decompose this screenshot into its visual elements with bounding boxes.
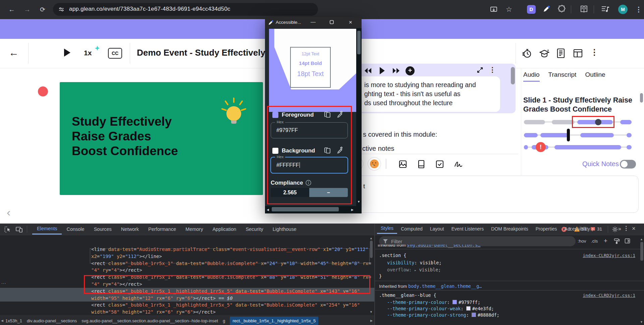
- audio-bubble[interactable]: [540, 133, 568, 137]
- styles-tab[interactable]: Event Listeners: [448, 224, 488, 234]
- sidebar-tab[interactable]: Outline: [585, 71, 605, 82]
- prev-slide-chevron[interactable]: ‹: [7, 206, 10, 219]
- dialog-vscrollbar-thumb[interactable]: [357, 31, 361, 54]
- dialog-hscrollbar-thumb[interactable]: [272, 207, 339, 211]
- captions-button[interactable]: CC: [108, 48, 122, 59]
- devtools-tab[interactable]: Lighthouse: [268, 224, 301, 235]
- breadcrumb-item[interactable]: div.audio-panel__sections: [27, 318, 77, 323]
- node-ellipsis[interactable]: ...: [1, 279, 6, 285]
- styles-tab[interactable]: DOM Breakpoints: [487, 224, 532, 234]
- profile-avatar[interactable]: M: [618, 5, 628, 14]
- color-swatch[interactable]: [466, 306, 471, 311]
- css-property-overridden[interactable]: overflow: ▸ visible;: [387, 267, 441, 272]
- bookmark-page-icon[interactable]: [417, 160, 425, 169]
- tree-scrollbar-thumb[interactable]: [370, 241, 373, 258]
- audio-bubble[interactable]: [524, 120, 545, 124]
- play-button[interactable]: [63, 48, 71, 57]
- dom-tree-node[interactable]: <rect class="_bubble_1rr5x_1 _highlighte…: [0, 302, 374, 309]
- bookmark-star-icon[interactable]: ☆: [506, 5, 512, 13]
- devtools-tab[interactable]: Application: [208, 224, 241, 235]
- css-selector[interactable]: .section {: [379, 253, 406, 258]
- extensions-puzzle-icon[interactable]: [558, 5, 566, 13]
- url-text[interactable]: app.glean.co/event/7383aa7c-1e67-483d-96…: [69, 6, 230, 12]
- scroll-left-icon[interactable]: ◀: [267, 208, 269, 211]
- scroll-right-icon[interactable]: ▶: [351, 208, 354, 211]
- color-swatch[interactable]: [472, 313, 476, 317]
- sidebar-layout-icon[interactable]: [625, 238, 630, 244]
- browser-reload-icon[interactable]: ⟳: [38, 0, 48, 19]
- crumb-scroll-right-icon[interactable]: ▶: [370, 319, 373, 322]
- dialog-titlebar[interactable]: Accessible... — ×: [265, 17, 362, 28]
- cls-toggle[interactable]: .cls: [591, 239, 598, 244]
- fast-forward-icon[interactable]: [392, 68, 400, 74]
- devtools-tab[interactable]: Security: [241, 224, 268, 235]
- inherited-node-link[interactable]: body.theme__glean.theme__g…: [408, 283, 482, 289]
- devtools-tab[interactable]: Elements: [32, 224, 62, 235]
- sidebar-scrollbar-thumb[interactable]: [640, 93, 643, 103]
- insert-image-icon[interactable]: [398, 160, 407, 169]
- dom-tree-node[interactable]: width="58" height="12" rx="6" ry="6"></r…: [0, 309, 374, 316]
- sidebar-tab[interactable]: Audio: [523, 71, 540, 82]
- add-marker-button[interactable]: +: [406, 66, 415, 75]
- tree-scroll-up-icon[interactable]: ▲: [370, 237, 373, 240]
- play-small-icon[interactable]: [379, 67, 385, 75]
- dialog-close-icon[interactable]: ×: [349, 19, 352, 26]
- crumb-scroll-left-icon[interactable]: ◀: [1, 319, 3, 322]
- notes-doc-icon[interactable]: [556, 48, 566, 59]
- audio-bubble[interactable]: [554, 145, 621, 149]
- event-back-icon[interactable]: ←: [9, 47, 19, 58]
- breadcrumb-item[interactable]: svg.audio-panel__section.section.audio-p…: [82, 318, 218, 323]
- sidebar-tab[interactable]: Transcript: [548, 71, 577, 82]
- tree-scroll-down-icon[interactable]: ▼: [370, 310, 373, 314]
- css-custom-property[interactable]: --theme-primary-colour-weak: #e4e3fd;: [387, 306, 494, 311]
- css-custom-property[interactable]: --theme-primary-colour-strong: #8888df;: [387, 312, 499, 318]
- expand-icon[interactable]: [476, 66, 484, 74]
- audio-bubble[interactable]: [620, 120, 632, 124]
- audio-bubble[interactable]: [552, 120, 575, 124]
- audio-bubble[interactable]: [627, 145, 632, 149]
- record-button[interactable]: [38, 86, 48, 96]
- task-checkbox-icon[interactable]: [435, 160, 444, 169]
- transcript-more-icon[interactable]: ⋮: [489, 66, 496, 74]
- media-controls-icon[interactable]: [601, 5, 610, 13]
- reading-list-icon[interactable]: [580, 5, 588, 13]
- breadcrumb-item[interactable]: 1x53h_1: [5, 318, 22, 323]
- breadcrumb-item[interactable]: g: [223, 318, 225, 323]
- styles-tab[interactable]: Styles: [377, 224, 397, 234]
- audio-bubble[interactable]: [524, 145, 528, 149]
- history-timer-icon[interactable]: [522, 48, 532, 58]
- inspect-element-icon[interactable]: [4, 226, 11, 233]
- signature-icon[interactable]: [453, 160, 463, 169]
- dialog-vscrollbar[interactable]: [356, 28, 362, 206]
- devtools-tab[interactable]: Console: [62, 224, 89, 235]
- devtools-tab[interactable]: Memory: [181, 224, 208, 235]
- dom-tree-node[interactable]: "4" ry="4"></rect>: [0, 267, 374, 274]
- devtools-tab[interactable]: Performance: [144, 224, 181, 235]
- alert-marker[interactable]: !: [536, 142, 546, 152]
- hov-toggle[interactable]: :hov: [578, 239, 586, 244]
- browser-forward-icon[interactable]: →: [22, 0, 32, 19]
- styles-tab[interactable]: Layout: [426, 224, 448, 234]
- slide-canvas[interactable]: Study Effectively Raise Grades Boost Con…: [60, 82, 263, 195]
- new-rule-button[interactable]: +: [604, 237, 607, 245]
- dialog-maximize-icon[interactable]: [330, 20, 334, 24]
- dialog-minimize-icon[interactable]: —: [311, 19, 316, 24]
- rendering-brush-icon[interactable]: [614, 238, 620, 244]
- rewind-icon[interactable]: [364, 68, 372, 74]
- playhead-bar[interactable]: [567, 129, 570, 141]
- more-tabs-icon[interactable]: »: [614, 224, 625, 234]
- css-file-link[interactable]: index-CLRD2yjr.css:1: [583, 293, 635, 298]
- css-file-link[interactable]: index-CLRD2yjr.css:1: [583, 253, 635, 258]
- panel-scrollbar-thumb[interactable]: [511, 67, 515, 84]
- devtools-tab[interactable]: Sources: [89, 224, 116, 235]
- scroll-down-icon[interactable]: ▼: [357, 200, 360, 203]
- thinking-emoji-button[interactable]: [368, 157, 381, 171]
- browser-menu-icon[interactable]: ⋮: [635, 0, 642, 19]
- styles-tab[interactable]: Accessibility: [561, 224, 594, 234]
- audio-bubble[interactable]: [524, 133, 538, 137]
- extension-d-icon[interactable]: D: [527, 5, 536, 14]
- css-property[interactable]: visibility: visible;: [387, 260, 442, 265]
- layout-panels-icon[interactable]: [573, 48, 583, 58]
- install-app-icon[interactable]: [490, 6, 497, 13]
- styles-tab[interactable]: Computed: [397, 224, 426, 234]
